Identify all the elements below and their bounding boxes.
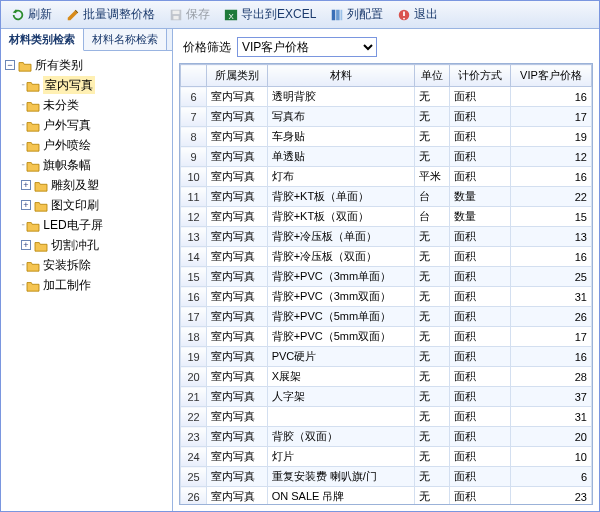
cell-material[interactable]: 背胶+PVC（3mm双面） [267,287,414,307]
cell-unit[interactable]: 无 [414,367,449,387]
row-number[interactable]: 26 [181,487,207,506]
cell-unit[interactable]: 无 [414,267,449,287]
cell-price[interactable]: 28 [510,367,591,387]
table-row[interactable]: 9室内写真单透贴无面积12 [181,147,592,167]
category-tree[interactable]: − 所有类别 ···室内写真···未分类···户外写真···户外喷绘···旗帜条… [1,51,172,511]
column-config-button[interactable]: 列配置 [324,3,389,26]
row-number[interactable]: 12 [181,207,207,227]
cell-price[interactable]: 16 [510,347,591,367]
table-row[interactable]: 15室内写真背胶+PVC（3mm单面）无面积25 [181,267,592,287]
row-number[interactable]: 21 [181,387,207,407]
cell-mode[interactable]: 面积 [450,367,511,387]
cell-mode[interactable]: 面积 [450,407,511,427]
row-number[interactable]: 10 [181,167,207,187]
tab-by-category[interactable]: 材料类别检索 [1,29,84,51]
cell-unit[interactable]: 无 [414,427,449,447]
cell-unit[interactable]: 无 [414,107,449,127]
cell-mode[interactable]: 面积 [450,107,511,127]
cell-unit[interactable]: 无 [414,447,449,467]
table-row[interactable]: 20室内写真X展架无面积28 [181,367,592,387]
cell-unit[interactable]: 无 [414,467,449,487]
cell-price[interactable]: 12 [510,147,591,167]
price-filter-select[interactable]: VIP客户价格 [237,37,377,57]
row-number[interactable]: 23 [181,427,207,447]
batch-adjust-button[interactable]: 批量调整价格 [60,3,161,26]
cell-category[interactable]: 室内写真 [207,347,268,367]
tree-node[interactable]: +图文印刷 [21,195,170,215]
table-row[interactable]: 17室内写真背胶+PVC（5mm单面）无面积26 [181,307,592,327]
table-row[interactable]: 10室内写真灯布平米面积16 [181,167,592,187]
col-vip-price[interactable]: VIP客户价格 [510,65,591,87]
cell-category[interactable]: 室内写真 [207,167,268,187]
cell-mode[interactable]: 面积 [450,167,511,187]
cell-mode[interactable]: 面积 [450,327,511,347]
row-number[interactable]: 8 [181,127,207,147]
cell-category[interactable]: 室内写真 [207,387,268,407]
cell-unit[interactable]: 无 [414,247,449,267]
cell-material[interactable]: 灯布 [267,167,414,187]
cell-category[interactable]: 室内写真 [207,147,268,167]
cell-price[interactable]: 31 [510,407,591,427]
cell-category[interactable]: 室内写真 [207,87,268,107]
cell-price[interactable]: 6 [510,467,591,487]
cell-price[interactable]: 25 [510,267,591,287]
cell-unit[interactable]: 无 [414,487,449,506]
cell-unit[interactable]: 无 [414,387,449,407]
table-row[interactable]: 11室内写真背胶+KT板（单面）台数量22 [181,187,592,207]
cell-mode[interactable]: 面积 [450,467,511,487]
expand-icon[interactable]: + [21,200,31,210]
tree-node[interactable]: +切割冲孔 [21,235,170,255]
refresh-button[interactable]: 刷新 [5,3,58,26]
cell-price[interactable]: 10 [510,447,591,467]
row-number[interactable]: 13 [181,227,207,247]
cell-price[interactable]: 37 [510,387,591,407]
cell-material[interactable]: 背胶（双面） [267,427,414,447]
rownum-header[interactable] [181,65,207,87]
cell-mode[interactable]: 面积 [450,307,511,327]
row-number[interactable]: 17 [181,307,207,327]
table-row[interactable]: 18室内写真背胶+PVC（5mm双面）无面积17 [181,327,592,347]
cell-mode[interactable]: 面积 [450,147,511,167]
cell-material[interactable]: 背胶+PVC（3mm单面） [267,267,414,287]
cell-material[interactable]: 背胶+冷压板（单面） [267,227,414,247]
cell-material[interactable]: PVC硬片 [267,347,414,367]
cell-mode[interactable]: 面积 [450,347,511,367]
cell-material[interactable]: 背胶+KT板（单面） [267,187,414,207]
row-number[interactable]: 15 [181,267,207,287]
table-row[interactable]: 16室内写真背胶+PVC（3mm双面）无面积31 [181,287,592,307]
cell-material[interactable]: 重复安装费 喇叭旗/门 [267,467,414,487]
cell-category[interactable]: 室内写真 [207,467,268,487]
cell-category[interactable]: 室内写真 [207,427,268,447]
grid-scroll[interactable]: 所属类别 材料 单位 计价方式 VIP客户价格 6室内写真透明背胶无面积167室… [179,63,593,505]
cell-mode[interactable]: 面积 [450,247,511,267]
cell-price[interactable]: 19 [510,127,591,147]
cell-mode[interactable]: 数量 [450,187,511,207]
table-row[interactable]: 7室内写真写真布无面积17 [181,107,592,127]
col-unit[interactable]: 单位 [414,65,449,87]
row-number[interactable]: 6 [181,87,207,107]
cell-mode[interactable]: 面积 [450,487,511,506]
cell-unit[interactable]: 台 [414,187,449,207]
table-row[interactable]: 12室内写真背胶+KT板（双面）台数量15 [181,207,592,227]
cell-price[interactable]: 16 [510,87,591,107]
tree-node[interactable]: +雕刻及塑 [21,175,170,195]
cell-material[interactable]: 透明背胶 [267,87,414,107]
cell-category[interactable]: 室内写真 [207,207,268,227]
cell-mode[interactable]: 面积 [450,427,511,447]
collapse-icon[interactable]: − [5,60,15,70]
table-row[interactable]: 13室内写真背胶+冷压板（单面）无面积13 [181,227,592,247]
cell-price[interactable]: 23 [510,487,591,506]
cell-mode[interactable]: 面积 [450,87,511,107]
col-category[interactable]: 所属类别 [207,65,268,87]
cell-material[interactable]: 单透贴 [267,147,414,167]
row-number[interactable]: 18 [181,327,207,347]
cell-price[interactable]: 20 [510,427,591,447]
cell-material[interactable]: ON SALE 吊牌 [267,487,414,506]
cell-mode[interactable]: 面积 [450,447,511,467]
cell-mode[interactable]: 数量 [450,207,511,227]
cell-price[interactable]: 17 [510,327,591,347]
cell-category[interactable]: 室内写真 [207,267,268,287]
table-row[interactable]: 21室内写真人字架无面积37 [181,387,592,407]
cell-category[interactable]: 室内写真 [207,487,268,506]
cell-category[interactable]: 室内写真 [207,107,268,127]
